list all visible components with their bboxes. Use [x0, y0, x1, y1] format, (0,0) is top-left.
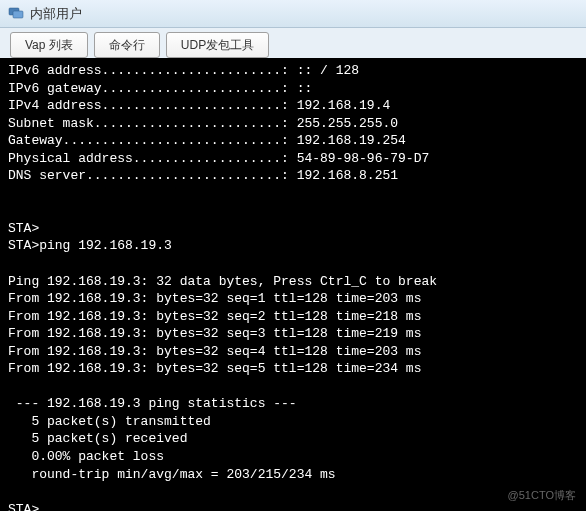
- window-title: 内部用户: [30, 5, 82, 23]
- ipv6-gateway-line: IPv6 gateway.......................: ::: [8, 81, 312, 96]
- tab-vap-list[interactable]: Vap 列表: [10, 32, 88, 58]
- tab-label: Vap 列表: [25, 37, 73, 54]
- tab-udp-tool[interactable]: UDP发包工具: [166, 32, 269, 58]
- ping-reply: From 192.168.19.3: bytes=32 seq=5 ttl=12…: [8, 361, 421, 376]
- stats-rtt: round-trip min/avg/max = 203/215/234 ms: [8, 467, 336, 482]
- prompt: STA>: [8, 502, 39, 511]
- app-icon: [8, 4, 24, 23]
- ipv6-address-line: IPv6 address.......................: :: …: [8, 63, 359, 78]
- ping-reply: From 192.168.19.3: bytes=32 seq=2 ttl=12…: [8, 309, 421, 324]
- tab-label: 命令行: [109, 37, 145, 54]
- tab-label: UDP发包工具: [181, 37, 254, 54]
- stats-transmitted: 5 packet(s) transmitted: [8, 414, 211, 429]
- prompt: STA>: [8, 221, 39, 236]
- watermark: @51CTO博客: [508, 488, 576, 503]
- tab-row: Vap 列表 命令行 UDP发包工具: [0, 28, 586, 58]
- dns-server-line: DNS server.........................: 192…: [8, 168, 398, 183]
- ping-reply: From 192.168.19.3: bytes=32 seq=4 ttl=12…: [8, 344, 421, 359]
- svg-rect-1: [13, 11, 23, 18]
- ping-header: Ping 192.168.19.3: 32 data bytes, Press …: [8, 274, 437, 289]
- title-bar: 内部用户: [0, 0, 586, 28]
- subnet-mask-line: Subnet mask........................: 255…: [8, 116, 398, 131]
- stats-received: 5 packet(s) received: [8, 431, 187, 446]
- tab-command-line[interactable]: 命令行: [94, 32, 160, 58]
- ping-reply: From 192.168.19.3: bytes=32 seq=1 ttl=12…: [8, 291, 421, 306]
- ping-reply: From 192.168.19.3: bytes=32 seq=3 ttl=12…: [8, 326, 421, 341]
- ipv4-address-line: IPv4 address.......................: 192…: [8, 98, 390, 113]
- stats-header: --- 192.168.19.3 ping statistics ---: [8, 396, 297, 411]
- terminal-output[interactable]: IPv6 address.......................: :: …: [0, 58, 586, 511]
- command-line: STA>ping 192.168.19.3: [8, 238, 172, 253]
- physical-address-line: Physical address...................: 54-…: [8, 151, 429, 166]
- gateway-line: Gateway............................: 192…: [8, 133, 406, 148]
- stats-loss: 0.00% packet loss: [8, 449, 164, 464]
